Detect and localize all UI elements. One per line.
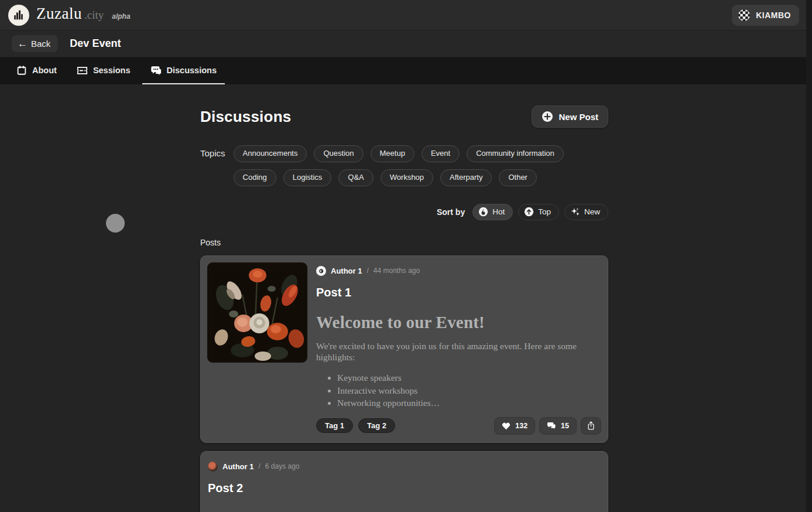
- tab-sessions-label: Sessions: [93, 66, 131, 75]
- sort-new-button[interactable]: New: [564, 204, 608, 220]
- sessions-icon: [77, 66, 88, 76]
- topic-chip-meetup[interactable]: Meetup: [371, 145, 414, 162]
- share-button[interactable]: [581, 417, 601, 435]
- event-title: Dev Event: [70, 37, 121, 50]
- alpha-badge: alpha: [112, 12, 130, 21]
- bullet-item: Interactive workshops: [337, 385, 601, 397]
- back-label: Back: [31, 39, 50, 49]
- post-1-title[interactable]: Post 1: [316, 286, 601, 299]
- comments-button[interactable]: 15: [539, 417, 577, 435]
- author-avatar: [208, 462, 218, 472]
- post-1-content-text: We're excited to have you join us for th…: [316, 341, 585, 363]
- brand-suffix: .city: [84, 9, 104, 22]
- discussions-panel: Discussions New Post Topics Announcement…: [200, 84, 608, 512]
- event-header-bar: ← Back Dev Event: [0, 30, 812, 57]
- topic-chip-community-information[interactable]: Community information: [467, 145, 564, 162]
- tag-2-pill[interactable]: Tag 2: [358, 418, 395, 433]
- flame-icon: [478, 207, 488, 217]
- post-1-content-heading: Welcome to our Event!: [316, 313, 601, 332]
- comments-icon: [547, 421, 556, 430]
- top-bar: Zuzalu .city alpha KIAMBO: [0, 0, 812, 30]
- tab-about[interactable]: About: [8, 57, 65, 84]
- back-arrow-icon: ←: [18, 39, 28, 49]
- main-area: Discussions New Post Topics Announcement…: [0, 84, 812, 512]
- comments-count: 15: [561, 422, 569, 430]
- post-timestamp: 6 days ago: [265, 462, 300, 470]
- checker-avatar-icon: [738, 9, 751, 22]
- like-count: 132: [515, 422, 527, 430]
- sort-controls: Sort by Hot Top: [200, 204, 608, 220]
- post-author[interactable]: Author 1: [222, 462, 253, 471]
- sparkles-icon: [570, 207, 580, 217]
- user-account-button[interactable]: KIAMBO: [732, 5, 799, 26]
- discussions-icon: [150, 65, 162, 76]
- post-card-1[interactable]: Author 1 / 44 months ago Post 1 Welcome …: [200, 255, 608, 443]
- scrollbar[interactable]: [806, 0, 812, 512]
- sort-new-label: New: [584, 207, 600, 216]
- topic-chip-logistics[interactable]: Logistics: [283, 169, 332, 186]
- tag-1-pill[interactable]: Tag 1: [316, 418, 353, 433]
- sort-hot-button[interactable]: Hot: [472, 204, 513, 220]
- topics-filter: Topics Announcements Question Meetup Eve…: [200, 145, 608, 186]
- post-timestamp: 44 months ago: [374, 267, 420, 275]
- topic-chip-qa[interactable]: Q&A: [338, 169, 373, 186]
- plus-circle-icon: [542, 111, 553, 122]
- bullet-item: Keynote speakers: [337, 373, 601, 384]
- tab-discussions[interactable]: Discussions: [142, 57, 225, 84]
- new-post-label: New Post: [559, 112, 598, 122]
- brand[interactable]: Zuzalu .city alpha: [8, 5, 131, 26]
- author-avatar: [316, 266, 326, 276]
- author-separator: /: [366, 267, 368, 275]
- posts-label: Posts: [200, 238, 608, 247]
- tab-discussions-label: Discussions: [167, 66, 217, 75]
- sort-top-button[interactable]: Top: [518, 204, 559, 220]
- tab-sessions[interactable]: Sessions: [68, 57, 139, 84]
- event-tab-bar: About Sessions Discussions: [0, 57, 812, 84]
- zuzalu-city-logo-icon: [8, 5, 29, 26]
- sort-hot-label: Hot: [492, 207, 505, 216]
- sort-top-label: Top: [538, 207, 551, 216]
- sort-by-label: Sort by: [437, 207, 465, 217]
- topics-label: Topics: [200, 145, 225, 186]
- share-icon: [587, 421, 595, 430]
- author-separator: /: [258, 462, 260, 470]
- topic-chip-coding[interactable]: Coding: [234, 169, 276, 186]
- post-1-image: [207, 262, 307, 363]
- heart-icon: [502, 422, 511, 430]
- back-button[interactable]: ← Back: [12, 35, 58, 52]
- post-2-title[interactable]: Post 2: [208, 482, 601, 495]
- arrow-up-circle-icon: [524, 207, 534, 217]
- topic-chip-other[interactable]: Other: [499, 169, 537, 186]
- post-author[interactable]: Author 1: [331, 267, 362, 275]
- user-name-label: KIAMBO: [756, 11, 791, 20]
- calendar-icon: [16, 65, 27, 76]
- like-button[interactable]: 132: [494, 417, 535, 435]
- topic-chip-afterparty[interactable]: Afterparty: [440, 169, 492, 186]
- topic-chip-event[interactable]: Event: [422, 145, 460, 162]
- topic-chip-announcements[interactable]: Announcements: [234, 145, 307, 162]
- discussions-heading: Discussions: [200, 108, 291, 126]
- pointer-dot: [106, 214, 125, 233]
- post-card-2[interactable]: Author 1 / 6 days ago Post 2 Post 2: [200, 451, 608, 512]
- tab-about-label: About: [32, 66, 57, 75]
- topic-chip-workshop[interactable]: Workshop: [381, 169, 433, 186]
- post-1-bullet-list: Keynote speakers Interactive workshops N…: [316, 371, 601, 409]
- new-post-button[interactable]: New Post: [532, 105, 608, 128]
- bullet-item: Networking opportunities…: [337, 398, 601, 409]
- topic-chip-question[interactable]: Question: [314, 145, 363, 162]
- brand-name: Zuzalu: [36, 5, 82, 23]
